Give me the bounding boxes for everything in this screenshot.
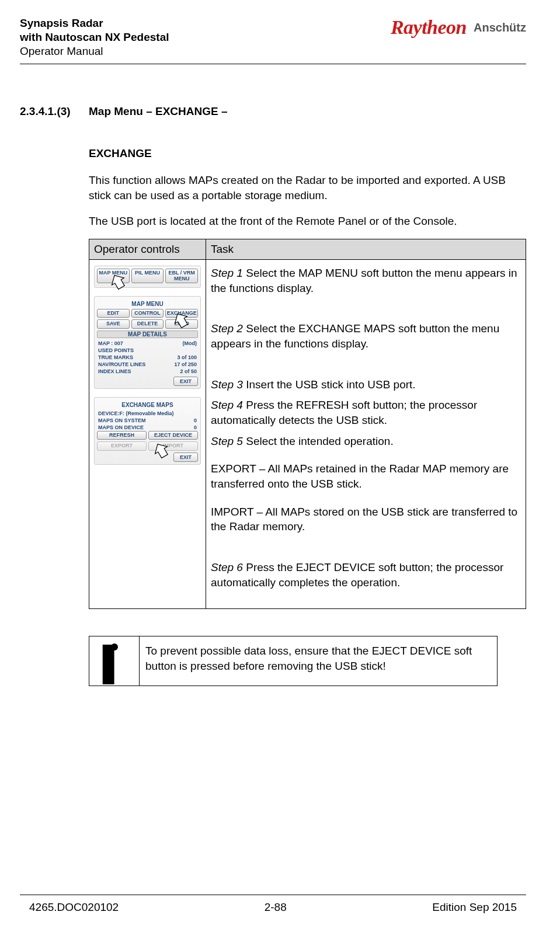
maps-device-row: MAPS ON DEVICE0 [97, 424, 198, 431]
info-note: ▌ To prevent possible data loss, ensure … [89, 636, 498, 686]
step-3: Step 3 Insert the USB stick into USB por… [211, 377, 521, 392]
step-6: Step 6 Press the EJECT DEVICE soft butto… [211, 560, 521, 590]
map-row: MAP : 007(Mod) [97, 340, 198, 347]
pointer-arrow-icon [171, 313, 194, 333]
doc-title-3: Operator Manual [20, 44, 169, 58]
exit-button[interactable]: EXIT [173, 453, 198, 462]
footer-edition: Edition Sep 2015 [432, 901, 517, 914]
delete-button[interactable]: DELETE [131, 319, 164, 328]
map-menu-title: MAP MENU [97, 301, 198, 307]
task-table: Operator controls Task MAP MENU PIL MENU… [89, 239, 526, 609]
refresh-button[interactable]: REFRESH [97, 431, 147, 440]
operator-controls-cell: MAP MENU PIL MENU EBL / VRM MENU MAP MEN… [89, 260, 206, 609]
export-button[interactable]: EXPORT [97, 441, 147, 450]
ebl-vrm-menu-button[interactable]: EBL / VRM MENU [165, 269, 198, 283]
exchange-p2: The USB port is located at the front of … [89, 214, 526, 229]
exit-button[interactable]: EXIT [173, 377, 198, 386]
export-desc: EXPORT – All MAPs retained in the Radar … [211, 461, 521, 491]
doc-title-block: Synapsis Radar with Nautoscan NX Pedesta… [20, 16, 169, 58]
info-icon-cell: ▌ [89, 636, 140, 686]
footer-rule [20, 895, 526, 895]
step-5: Step 5 Select the intended operation. [211, 434, 521, 449]
page-footer: 4265.DOC020102 2-88 Edition Sep 2015 [20, 895, 526, 914]
svg-marker-2 [152, 443, 171, 460]
import-desc: IMPORT – All MAPs stored on the USB stic… [211, 504, 521, 534]
used-points-row: USED POINTS [97, 347, 198, 354]
save-button[interactable]: SAVE [97, 319, 130, 328]
anschutz-logo: Anschütz [474, 21, 526, 34]
edit-button[interactable]: EDIT [97, 309, 130, 318]
info-icon: ▌ [95, 643, 133, 677]
section-number: 2.3.4.1.(3) [20, 105, 74, 118]
pointer-arrow-icon [151, 443, 176, 465]
page-header: Synapsis Radar with Nautoscan NX Pedesta… [20, 16, 526, 58]
footer-doc-id: 4265.DOC020102 [29, 901, 119, 914]
step-1: Step 1 Select the MAP MENU soft button t… [211, 266, 521, 295]
panel-top-menu: MAP MENU PIL MENU EBL / VRM MENU [94, 266, 201, 288]
nav-route-row: NAV/ROUTE LINES17 of 250 [97, 361, 198, 368]
doc-title-1: Synapsis Radar [20, 16, 169, 30]
svg-marker-0 [109, 274, 128, 291]
eject-device-button[interactable]: EJECT DEVICE [148, 431, 198, 440]
exchange-maps-title: EXCHANGE MAPS [97, 402, 198, 408]
exchange-p1: This function allows MAPs created on the… [89, 173, 526, 203]
th-operator-controls: Operator controls [89, 239, 206, 260]
section-title: Map Menu – EXCHANGE – [89, 105, 228, 118]
step-4: Step 4 Press the REFRESH soft button; th… [211, 398, 521, 427]
pil-menu-button[interactable]: PIL MENU [131, 269, 164, 283]
index-lines-row: INDEX LINES2 of 50 [97, 368, 198, 375]
true-marks-row: TRUE MARKS3 of 100 [97, 354, 198, 361]
task-cell: Step 1 Select the MAP MENU soft button t… [206, 260, 526, 609]
section-heading: 2.3.4.1.(3) Map Menu – EXCHANGE – [20, 105, 526, 118]
brand-logo: Raytheon Anschütz [391, 16, 526, 39]
th-task: Task [206, 239, 526, 260]
panel-map-menu: MAP MENU EDIT CONTROL EXCHANGE SAVE DELE… [94, 296, 201, 389]
footer-page-number: 2-88 [265, 901, 287, 914]
svg-marker-1 [172, 313, 191, 329]
maps-system-row: MAPS ON SYSTEM0 [97, 417, 198, 424]
raytheon-logo: Raytheon [391, 16, 467, 39]
exchange-heading: EXCHANGE [89, 147, 526, 160]
info-text: To prevent possible data loss, ensure th… [140, 636, 498, 686]
step-2: Step 2 Select the EXCHANGE MAPS soft but… [211, 321, 521, 351]
doc-title-2: with Nautoscan NX Pedestal [20, 30, 169, 44]
device-row: DEVICE:F: (Removable Media) [97, 410, 198, 417]
control-button[interactable]: CONTROL [131, 309, 164, 318]
pointer-arrow-icon [107, 274, 131, 294]
panel-exchange-maps: EXCHANGE MAPS DEVICE:F: (Removable Media… [94, 397, 201, 465]
